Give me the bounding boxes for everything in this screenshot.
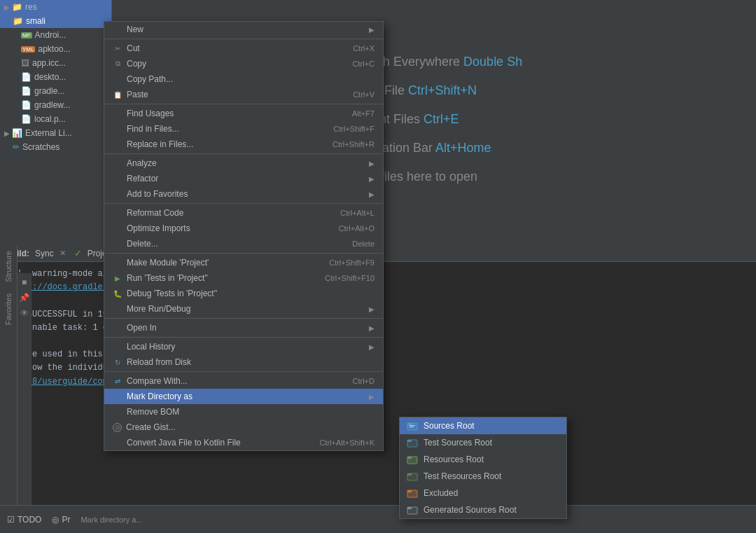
mark-icon [113,392,122,401]
tree-item-apktool[interactable]: YML apktoo... [0,42,111,56]
copy-path-icon [113,74,122,84]
build-check-icon: ✓ [74,248,82,258]
submenu-item-generatedsourcesroot[interactable]: Generated Sources Root [400,501,566,518]
make-icon [113,258,122,268]
history-icon [113,342,122,352]
menu-item-removebom[interactable]: Remove BOM [104,404,383,420]
menu-item-morerundebug[interactable]: More Run/Debug ▶ [104,301,383,317]
menu-item-addtofavs[interactable]: Add to Favorites ▶ [104,186,383,202]
openin-icon [113,323,122,333]
menu-item-delete[interactable]: Delete... Delete [104,236,383,251]
menu-item-reloadfromdisk[interactable]: ↻Reload from Disk [104,354,383,370]
tree-item-smali[interactable]: 📁 smali [0,14,111,28]
separator-1 [104,39,383,39]
menu-item-runtests[interactable]: ▶Run 'Tests in 'Project'' Ctrl+Shift+F10 [104,270,383,286]
bottom-bar: ☑ TODO ◎ Pr Mark directory a... [0,505,756,533]
arrow-icon-analyze: ▶ [369,160,374,167]
tree-item-android[interactable]: MF Androi... [0,28,111,42]
file-icon-localp: 📄 [21,114,31,124]
tree-item-scratches[interactable]: ✏ Scratches [0,140,111,154]
menu-item-findinfiles[interactable]: Find in Files... Ctrl+Shift+F [104,121,383,137]
submenu-markdiras: Sources Root Test Sources Root Resources… [399,417,567,519]
menu-item-creategist[interactable]: ◎ Create Gist... [104,420,383,435]
submenu-item-resourcesroot[interactable]: Resources Root [400,451,566,468]
arrow-icon-localhistory: ▶ [369,343,374,351]
sidebar-tabs: Structure Favorites [0,245,18,505]
debug-icon: 🐛 [113,289,122,298]
favs-icon [113,189,122,199]
tree-item-desktop[interactable]: 📄 deskto... [0,70,111,84]
folder-icon-smali: 📁 [13,16,23,26]
menu-item-new[interactable]: New ▶ [104,22,383,37]
arrow-icon-favs: ▶ [369,191,374,198]
ext-lib-icon: 📊 [12,128,22,138]
new-icon [113,25,122,34]
build-stop-icon[interactable]: ■ [22,277,27,287]
test-sources-root-icon [407,437,418,448]
file-icon-img: 🖼 [21,58,29,68]
removebom-icon [113,407,122,417]
arrow-icon-openin: ▶ [369,324,374,332]
menu-item-markdiras[interactable]: Mark Directory as ▶ [104,389,383,404]
arrow-icon-new: ▶ [369,26,374,34]
tree-item-res[interactable]: ▶ 📁 res [0,0,111,14]
menu-item-cut[interactable]: ✂Cut Ctrl+X [104,41,383,56]
menu-item-copypath[interactable]: Copy Path... [104,71,383,87]
sidebar-tab-favorites[interactable]: Favorites [1,288,15,331]
pr-icon: ◎ [52,515,59,525]
tree-arrow-extlib: ▶ [4,130,10,137]
svg-rect-4 [410,427,414,427]
menu-item-comparewith[interactable]: ⇌Compare With... Ctrl+D [104,373,383,389]
todo-tab[interactable]: ☑ TODO [7,515,41,525]
build-pin-icon[interactable]: 📌 [19,293,29,303]
generated-sources-root-icon [407,504,418,515]
scratches-icon: ✏ [13,142,20,152]
optimize-icon [113,223,122,233]
sidebar-tab-structure[interactable]: Structure [1,245,15,288]
build-left-icons: ■ 📌 👁 [18,273,31,505]
menu-item-refactor[interactable]: Refactor ▶ [104,171,383,186]
build-close-icon[interactable]: ✕ [59,249,66,258]
file-badge-mf: MF [21,32,32,39]
menu-item-reformat[interactable]: Reformat Code Ctrl+Alt+L [104,205,383,221]
replace-icon [113,139,122,149]
separator-8 [104,371,383,372]
tree-item-extlib[interactable]: ▶ 📊 External Li... [0,126,111,140]
menu-item-paste[interactable]: 📋Paste Ctrl+V [104,87,383,102]
menu-item-localhistory[interactable]: Local History ▶ [104,339,383,354]
menu-item-copy[interactable]: ⧉Copy Ctrl+C [104,56,383,71]
menu-item-findusages[interactable]: Find Usages Alt+F7 [104,106,383,121]
menu-item-analyze[interactable]: Analyze ▶ [104,155,383,171]
file-badge-yml: YML [21,46,35,53]
separator-2 [104,104,383,104]
submenu-item-testresourcesroot[interactable]: Test Resources Root [400,468,566,485]
pr-tab[interactable]: ◎ Pr [52,515,70,525]
cut-icon: ✂ [113,43,122,53]
menu-item-openin[interactable]: Open In ▶ [104,320,383,335]
menu-item-replaceinfiles[interactable]: Replace in Files... Ctrl+Shift+R [104,137,383,152]
find-files-icon [113,124,122,134]
find-icon [113,109,122,118]
menu-item-optimizeimports[interactable]: Optimize Imports Ctrl+Alt+O [104,221,383,236]
todo-icon: ☑ [7,515,15,525]
menu-item-makemodule[interactable]: Make Module 'Project' Ctrl+Shift+F9 [104,255,383,270]
submenu-item-testsourcesroot[interactable]: Test Sources Root [400,434,566,451]
menu-item-debugtests[interactable]: 🐛Debug 'Tests in 'Project'' [104,286,383,301]
refactor-icon [113,174,122,184]
tree-item-localp[interactable]: 📄 local.p... [0,112,111,126]
arrow-icon-morerundebug: ▶ [369,305,374,313]
tree-item-appicon[interactable]: 🖼 app.icc... [0,56,111,70]
convert-icon [113,438,122,448]
separator-6 [104,318,383,319]
resources-root-icon [407,454,418,465]
run-icon: ▶ [113,273,122,283]
tree-item-gradle1[interactable]: 📄 gradle... [0,84,111,98]
separator-4 [104,203,383,204]
submenu-item-sourcesroot[interactable]: Sources Root [400,417,566,434]
more-run-icon [113,304,122,314]
submenu-item-excluded[interactable]: Excluded [400,485,566,501]
copy-icon: ⧉ [113,59,122,69]
menu-item-convertjava[interactable]: Convert Java File to Kotlin File Ctrl+Al… [104,435,383,450]
tree-item-gradle2[interactable]: 📄 gradlew... [0,98,111,112]
build-eye-icon[interactable]: 👁 [20,308,29,318]
